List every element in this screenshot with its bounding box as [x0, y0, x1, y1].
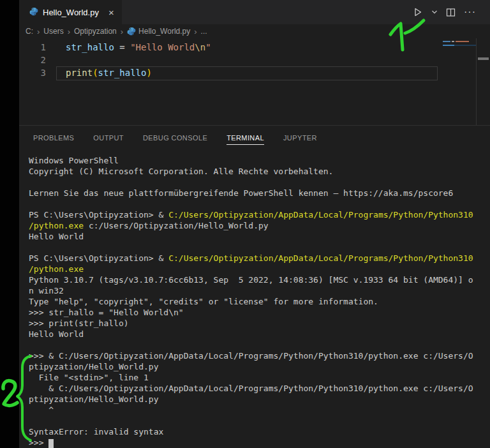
editor-actions: ···: [413, 0, 476, 24]
window-left-edge: [0, 0, 19, 448]
terminal-line: ^: [29, 405, 490, 415]
minimap-line-1: [443, 41, 469, 42]
terminal-text: & C:/Users/Optipyzation/AppData/Local/Pr…: [29, 384, 473, 393]
breadcrumb-item[interactable]: Optipyzation: [74, 27, 117, 36]
terminal-line: SyntaxError: invalid syntax: [29, 426, 490, 437]
code-token: ": [205, 42, 211, 52]
overview-ruler-cursor-marker: [478, 57, 489, 60]
code-line[interactable]: 2: [19, 54, 490, 66]
panel-tab-terminal[interactable]: TERMINAL: [226, 131, 264, 145]
terminal-line: [29, 242, 490, 253]
editor-group: Hello_World.py × ··· C:›Users›Optipyzati…: [19, 0, 490, 448]
terminal-line: File "<stdin>", line 1: [29, 372, 490, 383]
breadcrumb-separator-icon: ›: [37, 27, 40, 36]
line-number: 2: [19, 54, 46, 66]
terminal-text: SyntaxError: invalid syntax: [29, 427, 163, 437]
breadcrumb-separator-icon: ›: [121, 27, 123, 36]
minimap[interactable]: [439, 38, 490, 125]
run-button[interactable]: [413, 7, 423, 17]
terminal-text: Copyright (C) Microsoft Corporation. All…: [29, 167, 333, 176]
code-token: \n: [195, 42, 205, 52]
panel-tab-problems[interactable]: PROBLEMS: [33, 131, 74, 144]
breadcrumb-separator-icon: ›: [68, 27, 70, 36]
terminal-line: >>> & C:/Users/Optipyzation/AppData/Loca…: [29, 350, 490, 361]
terminal-line: [29, 177, 490, 188]
terminal-line: n win32: [29, 285, 490, 296]
more-actions-button[interactable]: ···: [464, 6, 476, 18]
tab-hello-world-py[interactable]: Hello_World.py ×: [19, 0, 122, 24]
breadcrumb-label: Optipyzation: [74, 27, 117, 36]
code-editor[interactable]: 1str_hallo = "Hello World\n"23print(str_…: [19, 38, 490, 125]
breadcrumb-item[interactable]: C:: [26, 27, 33, 36]
terminal-text: c:/Users/Optipyzation/Hello_World.py: [84, 221, 269, 230]
panel-tab-jupyter[interactable]: JUPYTER: [283, 131, 317, 144]
tab-close-icon[interactable]: ×: [108, 7, 114, 18]
terminal-text-command: /python.exe: [29, 264, 84, 274]
terminal-line: [29, 340, 490, 350]
code-token: print: [66, 68, 93, 78]
terminal-line: Copyright (C) Microsoft Corporation. All…: [29, 166, 490, 177]
terminal-text: Python 3.10.7 (tags/v3.10.7:6cc6b13, Sep…: [29, 275, 473, 285]
python-file-icon: [127, 27, 136, 36]
code-line-current[interactable]: 3print(str_hallo): [19, 66, 490, 79]
breadcrumb-item[interactable]: ...: [201, 27, 207, 36]
terminal-text: >>> str_hallo = "Hello World\n": [29, 308, 184, 317]
code-token: str_hallo: [66, 42, 114, 52]
code-token: =: [114, 42, 130, 52]
panel-tab-bar: PROBLEMSOUTPUTDEBUG CONSOLETERMINALJUPYT…: [19, 126, 490, 150]
run-dropdown-chevron-icon[interactable]: [431, 9, 438, 15]
terminal-text: ptipyzation/Hello_World.py: [29, 394, 159, 404]
breadcrumb-item[interactable]: Users: [43, 27, 63, 36]
terminal-text: Lernen Sie das neue plattformübergreifen…: [29, 188, 453, 198]
minimap-border: [476, 38, 477, 125]
terminal-line: PS C:\Users\Optipyzation> & C:/Users/Opt…: [29, 209, 490, 220]
terminal-line: ptipyzation/Hello_World.py: [29, 361, 490, 372]
terminal-text: Hello World: [29, 232, 84, 241]
terminal-text-command: /python.exe: [29, 221, 84, 230]
terminal-text: >>> & C:/Users/Optipyzation/AppData/Loca…: [29, 351, 473, 361]
code-token: ): [146, 68, 151, 78]
vscode-window: Hello_World.py × ··· C:›Users›Optipyzati…: [0, 0, 490, 448]
terminal-text: Windows PowerShell: [29, 156, 119, 165]
terminal-line: >>>: [29, 437, 490, 448]
terminal-text-command: C:/Users/Optipyzation/AppData/Local/Prog…: [168, 210, 473, 220]
terminal-text: PS C:\Users\Optipyzation> &: [29, 253, 168, 263]
code-token: str_hallo: [98, 68, 147, 78]
terminal[interactable]: Windows PowerShellCopyright (C) Microsof…: [19, 150, 490, 448]
terminal-cursor: [48, 439, 54, 448]
code-lines: 1str_hallo = "Hello World\n"23print(str_…: [19, 38, 490, 79]
code-token: "Hello World: [130, 42, 195, 52]
breadcrumb: C:›Users›Optipyzation›Hello_World.py›...: [19, 24, 490, 38]
tab-bar: Hello_World.py × ···: [19, 0, 490, 24]
breadcrumb-separator-icon: ›: [194, 27, 197, 36]
split-editor-button[interactable]: [446, 8, 456, 17]
terminal-line: Lernen Sie das neue plattformübergreifen…: [29, 188, 490, 198]
terminal-text: Hello World: [29, 329, 84, 339]
terminal-line: Hello World: [29, 231, 490, 242]
terminal-line: Python 3.10.7 (tags/v3.10.7:6cc6b13, Sep…: [29, 274, 490, 285]
terminal-line: Hello World: [29, 329, 490, 340]
terminal-text: ^: [29, 405, 54, 415]
terminal-line: [29, 198, 490, 209]
terminal-line: >>> str_hallo = "Hello World\n": [29, 307, 490, 318]
terminal-text-command: C:/Users/Optipyzation/AppData/Local/Prog…: [168, 253, 473, 263]
line-number: 3: [19, 66, 46, 79]
minimap-line-3: [443, 45, 476, 46]
terminal-line: Type "help", "copyright", "credits" or "…: [29, 296, 490, 307]
panel-tab-debug-console[interactable]: DEBUG CONSOLE: [143, 131, 207, 144]
breadcrumb-label: Hello_World.py: [138, 27, 190, 36]
panel-tab-output[interactable]: OUTPUT: [93, 131, 124, 144]
terminal-text: ptipyzation/Hello_World.py: [29, 362, 159, 371]
breadcrumb-item[interactable]: Hello_World.py: [127, 27, 190, 36]
python-file-icon: [29, 7, 38, 18]
terminal-line: >>> print(str_hallo): [29, 318, 490, 329]
code-token: (: [93, 68, 98, 78]
terminal-text: Type "help", "copyright", "credits" or "…: [29, 297, 378, 306]
terminal-text: >>>: [29, 438, 48, 447]
tab-label: Hello_World.py: [43, 8, 99, 17]
terminal-line: [29, 415, 490, 426]
terminal-line: /python.exe c:/Users/Optipyzation/Hello_…: [29, 220, 490, 231]
breadcrumb-label: ...: [201, 27, 207, 36]
code-line[interactable]: 1str_hallo = "Hello World\n": [19, 41, 490, 54]
line-number: 1: [19, 41, 46, 54]
